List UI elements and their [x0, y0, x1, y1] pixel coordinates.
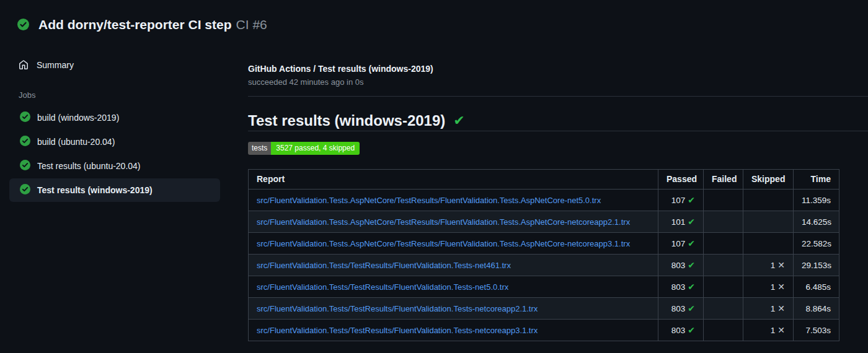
divider	[248, 96, 868, 97]
skipped-cell: 1✕	[743, 298, 794, 320]
sidebar: Summary Jobs build (windows-2019) build …	[0, 50, 248, 203]
column-header-failed: Failed	[704, 170, 743, 190]
job-list: build (windows-2019) build (ubuntu-20.04…	[0, 106, 248, 202]
skipped-cell: 1✕	[743, 320, 794, 341]
check-icon: ✔	[688, 282, 695, 292]
column-header-report: Report	[249, 170, 658, 190]
time-value: 22.582s	[802, 239, 831, 248]
check-icon: ✔	[688, 195, 695, 205]
report-cell: src/FluentValidation.Tests.AspNetCore/Te…	[249, 190, 658, 211]
x-icon: ✕	[777, 303, 785, 313]
passed-count: 107	[671, 239, 686, 248]
report-cell: src/FluentValidation.Tests/TestResults/F…	[249, 298, 658, 320]
passed-cell: 107✔	[658, 190, 704, 211]
check-icon: ✔	[688, 217, 695, 227]
x-icon: ✕	[777, 282, 785, 292]
skipped-cell: ✕	[743, 211, 794, 233]
failed-cell: ✕	[704, 233, 743, 255]
status-line: succeeded 42 minutes ago in 0s	[248, 77, 868, 87]
badge-value: 3527 passed, 4 skipped	[271, 142, 360, 155]
time-value: 8.864s	[805, 304, 831, 313]
check-circle-icon	[20, 160, 30, 170]
time-value: 7.503s	[805, 326, 831, 335]
sidebar-job-item-0[interactable]: build (windows-2019)	[9, 106, 220, 129]
report-link[interactable]: src/FluentValidation.Tests/TestResults/F…	[257, 304, 538, 313]
job-label: Test results (ubuntu-20.04)	[37, 161, 141, 171]
check-circle-icon	[17, 19, 29, 30]
time-value: 6.485s	[805, 282, 831, 292]
passed-count: 101	[671, 217, 686, 227]
skipped-cell: ✕	[743, 233, 794, 255]
report-link[interactable]: src/FluentValidation.Tests.AspNetCore/Te…	[257, 196, 601, 205]
time-value: 29.153s	[802, 261, 831, 270]
time-cell: 8.864s	[794, 298, 839, 320]
page-layout: Summary Jobs build (windows-2019) build …	[0, 50, 868, 341]
time-value: 14.625s	[802, 217, 831, 227]
report-link[interactable]: src/FluentValidation.Tests/TestResults/F…	[257, 282, 508, 292]
report-table: Report Passed Failed Skipped Time src/Fl…	[248, 169, 839, 341]
report-cell: src/FluentValidation.Tests.AspNetCore/Te…	[249, 233, 658, 255]
x-icon: ✕	[777, 325, 785, 335]
time-value: 11.359s	[802, 196, 831, 205]
failed-cell: ✕	[704, 190, 743, 211]
check-circle-icon	[20, 136, 30, 146]
failed-cell: ✕	[704, 320, 743, 341]
success-check-icon: ✔	[453, 114, 464, 128]
section-title: Test results (windows-2019) ✔	[248, 111, 868, 130]
time-cell: 14.625s	[794, 211, 839, 233]
report-cell: src/FluentValidation.Tests/TestResults/F…	[249, 276, 658, 298]
check-icon: ✔	[688, 325, 695, 335]
sidebar-job-item-2[interactable]: Test results (ubuntu-20.04)	[9, 154, 220, 178]
report-link[interactable]: src/FluentValidation.Tests.AspNetCore/Te…	[257, 217, 630, 227]
skipped-cell: ✕	[743, 190, 794, 211]
time-cell: 29.153s	[794, 255, 839, 276]
job-status-icon-slot	[20, 184, 30, 196]
passed-cell: 101✔	[658, 211, 704, 233]
report-cell: src/FluentValidation.Tests/TestResults/F…	[249, 320, 658, 341]
main-content: GitHub Actions / Test results (windows-2…	[248, 50, 868, 341]
report-link[interactable]: src/FluentValidation.Tests/TestResults/F…	[257, 326, 538, 335]
run-header: Add dorny/test-reporter CI stepCI #6	[0, 0, 868, 50]
skipped-cell: 1✕	[743, 255, 794, 276]
passed-cell: 803✔	[658, 255, 704, 276]
home-icon	[19, 60, 29, 70]
table-row: src/FluentValidation.Tests.AspNetCore/Te…	[249, 211, 839, 233]
passed-count: 803	[671, 326, 686, 335]
breadcrumb: GitHub Actions / Test results (windows-2…	[248, 63, 868, 74]
x-icon: ✕	[777, 260, 785, 270]
passed-count: 803	[671, 282, 686, 292]
report-link[interactable]: src/FluentValidation.Tests/TestResults/F…	[257, 261, 511, 270]
check-icon: ✔	[688, 238, 695, 248]
column-header-skipped: Skipped	[743, 170, 794, 190]
skipped-count: 1	[771, 304, 776, 313]
table-row: src/FluentValidation.Tests/TestResults/F…	[249, 320, 839, 341]
table-row: src/FluentValidation.Tests.AspNetCore/Te…	[249, 233, 839, 255]
sidebar-job-item-1[interactable]: build (ubuntu-20.04)	[9, 130, 220, 154]
time-cell: 6.485s	[794, 276, 839, 298]
check-icon: ✔	[688, 303, 695, 313]
skipped-count: 1	[771, 282, 776, 292]
report-link[interactable]: src/FluentValidation.Tests.AspNetCore/Te…	[257, 239, 630, 248]
failed-cell: ✕	[704, 276, 743, 298]
job-status-icon-slot	[20, 160, 30, 172]
run-title: Add dorny/test-reporter CI stepCI #6	[38, 16, 267, 33]
table-row: src/FluentValidation.Tests/TestResults/F…	[249, 298, 839, 320]
report-cell: src/FluentValidation.Tests.AspNetCore/Te…	[249, 211, 658, 233]
run-status-icon-slot	[17, 19, 29, 30]
sidebar-job-item-3[interactable]: Test results (windows-2019)	[9, 178, 220, 202]
check-icon: ✔	[688, 260, 695, 270]
failed-cell: ✕	[704, 211, 743, 233]
table-row: src/FluentValidation.Tests.AspNetCore/Te…	[249, 190, 839, 211]
column-header-time: Time	[794, 170, 839, 190]
report-cell: src/FluentValidation.Tests/TestResults/F…	[249, 255, 658, 276]
summary-label: Summary	[37, 60, 74, 70]
run-number: CI #6	[236, 17, 267, 32]
passed-cell: 803✔	[658, 276, 704, 298]
job-status-icon-slot	[20, 136, 30, 148]
divider	[248, 131, 868, 131]
passed-count: 803	[671, 261, 686, 270]
skipped-cell: 1✕	[743, 276, 794, 298]
time-cell: 7.503s	[794, 320, 839, 341]
sidebar-item-summary[interactable]: Summary	[19, 58, 248, 72]
table-row: src/FluentValidation.Tests/TestResults/F…	[249, 276, 839, 298]
